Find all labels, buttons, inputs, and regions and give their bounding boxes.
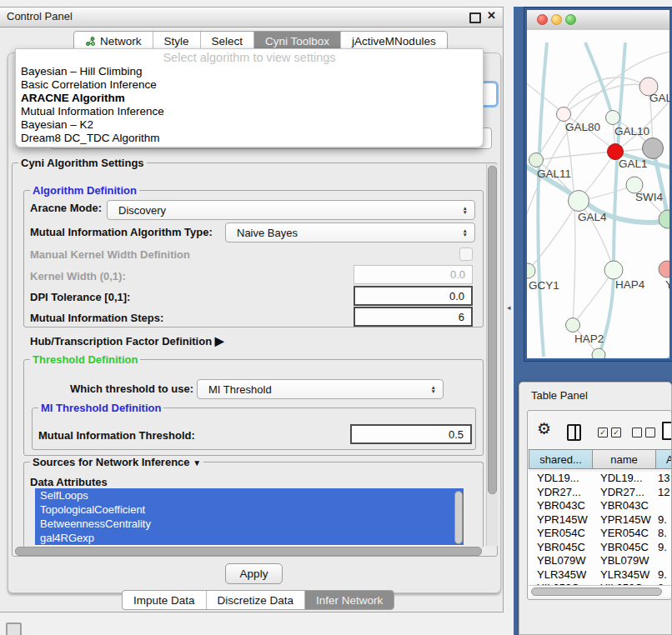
dropdown-item-bayesian-hill-climbing[interactable]: Bayesian – Hill Climbing	[16, 65, 483, 78]
mac-zoom-button[interactable]	[565, 14, 576, 25]
mi-type-combobox[interactable]: Naive Bayes ▲▼	[225, 222, 475, 242]
tab-discretize-data[interactable]: Discretize Data	[207, 591, 306, 609]
list-item[interactable]: TopologicalCoefficient	[35, 502, 464, 517]
tab-cyni-toolbox[interactable]: Cyni Toolbox	[254, 32, 341, 50]
node-label: HAP2	[574, 332, 604, 345]
mac-minimize-button[interactable]	[551, 14, 562, 25]
select-all-checks-icon[interactable]: ✓✓	[598, 428, 621, 438]
dropdown-prompt: Select algorithm to view settings	[16, 49, 483, 65]
node-label: SWI4	[635, 191, 663, 203]
network-icon	[85, 36, 96, 47]
manual-kernel-label: Manual Kernel Width Definition	[30, 248, 190, 261]
node-hap4[interactable]	[604, 261, 623, 279]
network-canvas[interactable]: GAL GAL80 GAL10 GAL1 GAL11 SWI4 GAL4 GCY…	[527, 30, 669, 358]
tab-impute-data[interactable]: Impute Data	[123, 591, 207, 609]
dropdown-item-aracne[interactable]: ARACNE Algorithm	[16, 92, 483, 105]
split-panel-icon[interactable]	[567, 424, 581, 441]
document-icon[interactable]	[662, 422, 672, 440]
node-label: HAP4	[615, 278, 645, 291]
control-panel-titlebar: Control Panel ✕	[0, 8, 503, 28]
node-label: Y	[665, 278, 669, 291]
dropdown-item-bayesian-k2[interactable]: Bayesian – K2	[16, 118, 483, 132]
node-gal80[interactable]	[557, 108, 571, 122]
node-label: GAL80	[565, 121, 600, 133]
node-label: GAL4	[578, 211, 607, 223]
node[interactable]	[592, 348, 605, 358]
list-item[interactable]: gal4RGexp	[35, 531, 464, 545]
sources-title[interactable]: Sources for Network Inference ▼	[30, 456, 203, 468]
dpi-tolerance-field[interactable]: 0.0	[354, 286, 473, 306]
hub-section-toggle[interactable]: Hub/Transcription Factor Definition ▶	[30, 334, 224, 348]
dropdown-item-mutual-information[interactable]: Mutual Information Inference	[16, 105, 483, 118]
cyni-bottom-tabs: Impute Data Discretize Data Infer Networ…	[122, 590, 394, 610]
table-horizontal-scrollbar[interactable]	[529, 585, 672, 597]
mi-threshold-field[interactable]: 0.5	[350, 424, 472, 444]
node-gcy1[interactable]	[527, 263, 535, 278]
mi-steps-label: Mutual Information Steps:	[30, 312, 163, 324]
manual-kernel-checkbox[interactable]	[459, 248, 473, 261]
application-root: Control Panel ✕ Network Style Select Cyn…	[0, 0, 672, 635]
dropdown-item-basic-correlation[interactable]: Basic Correlation Inference	[16, 78, 483, 92]
mi-threshold-label: Mutual Information Threshold:	[38, 429, 195, 442]
table-row[interactable]: YPR145WYPR145W9.	[529, 513, 672, 528]
table-row[interactable]: YDR27...YDR27...12	[529, 486, 672, 500]
node-label: GCY1	[529, 279, 559, 292]
stepper-icon: ▲▼	[463, 228, 468, 237]
tab-jactivemnodules[interactable]: jActiveMNodules	[341, 32, 447, 50]
collapse-down-icon: ▼	[193, 458, 201, 468]
tab-network[interactable]: Network	[74, 32, 153, 50]
deselect-all-checks-icon[interactable]	[632, 428, 655, 438]
settings-vscroll-thumb[interactable]	[488, 166, 497, 494]
table-row[interactable]: YBR045CYBR045C9.	[529, 541, 672, 555]
settings-hscroll-thumb[interactable]	[15, 547, 482, 556]
which-threshold-label: Which threshold to use:	[70, 382, 193, 395]
list-scrollbar-thumb[interactable]	[454, 491, 463, 544]
table-row[interactable]: YLR345WYLR345W9.	[529, 568, 672, 582]
node-gal11[interactable]	[529, 153, 544, 168]
table-hscroll-thumb[interactable]	[531, 588, 662, 596]
mi-type-label: Mutual Information Algorithm Type:	[30, 226, 213, 238]
table-panel-body: ⚙ ✓✓ shared... name A YDL19...YDL19...13…	[527, 410, 672, 600]
dropdown-item-dream8[interactable]: Dream8 DC_TDC Algorithm	[16, 132, 483, 145]
tab-infer-network[interactable]: Infer Network	[305, 591, 394, 609]
table-row[interactable]: YBR043CYBR043C	[529, 499, 672, 513]
mac-close-button[interactable]	[537, 14, 548, 25]
gear-icon[interactable]: ⚙	[537, 419, 551, 438]
node-gal10[interactable]	[606, 111, 620, 125]
node-gal4[interactable]	[569, 191, 589, 212]
node[interactable]	[659, 210, 669, 228]
settings-vertical-scrollbar[interactable]	[486, 164, 498, 546]
list-item[interactable]: SelfLoops	[35, 488, 464, 502]
node-salmon[interactable]	[659, 261, 669, 278]
table-rows: YDL19...YDL19...13 YDR27...YDR27...12 YB…	[529, 472, 672, 588]
column-header-clipped[interactable]: A	[656, 449, 672, 469]
list-item[interactable]: BetweennessCentrality	[35, 517, 464, 531]
table-row[interactable]: YDL19...YDL19...13	[529, 472, 672, 486]
node-label: GAL10	[614, 125, 649, 138]
which-threshold-combobox[interactable]: MI Threshold ▲▼	[197, 379, 444, 399]
kernel-width-field[interactable]: 0.0	[354, 265, 473, 284]
node-gray[interactable]	[643, 138, 664, 159]
tab-style[interactable]: Style	[153, 32, 201, 50]
table-row[interactable]: YBL079WYBL079W	[529, 554, 672, 568]
window-title: Control Panel	[7, 10, 73, 22]
column-header-shared-name[interactable]: shared...	[529, 449, 593, 469]
data-attributes-label: Data Attributes	[30, 476, 108, 488]
node-hap2[interactable]	[566, 318, 580, 332]
table-row[interactable]: YER054CYER054C8.	[529, 527, 672, 541]
algorithm-definition-title: Algorithm Definition	[30, 184, 139, 197]
apply-button[interactable]: Apply	[225, 563, 283, 584]
divider-collapse-icon[interactable]: ◂	[507, 303, 511, 312]
float-window-icon[interactable]	[469, 12, 481, 23]
column-header-name[interactable]: name	[593, 449, 656, 469]
network-window-titlebar	[527, 10, 669, 31]
dock-panel-icon[interactable]	[6, 622, 22, 635]
tab-network-label: Network	[100, 35, 142, 48]
aracne-mode-combobox[interactable]: Discovery ▲▼	[107, 200, 475, 220]
close-icon[interactable]: ✕	[487, 9, 496, 22]
node-label: GAL11	[537, 168, 571, 180]
mi-steps-field[interactable]: 6	[354, 307, 473, 327]
threshold-definition-title: Threshold Definition	[30, 353, 140, 366]
mi-threshold-title: MI Threshold Definition	[38, 402, 163, 414]
tab-select[interactable]: Select	[201, 32, 255, 50]
